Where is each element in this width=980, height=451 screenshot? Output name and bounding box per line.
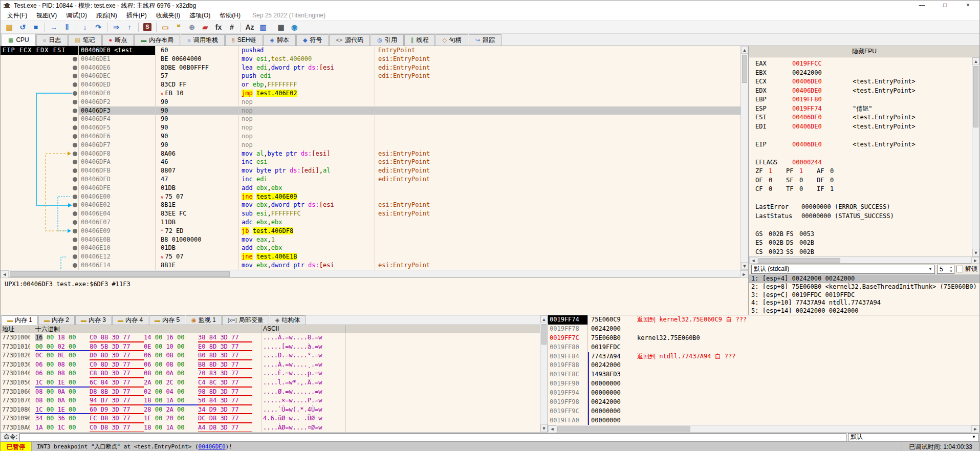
breakpoint-dot[interactable] <box>73 57 77 61</box>
menu-item[interactable]: 插件(P) <box>122 12 151 19</box>
stack-row[interactable]: 0019FF7475E060C9返回到 kernel32.75E060C9 自 … <box>548 315 979 325</box>
disasm-row[interactable]: 00406DF490nop <box>1 115 741 123</box>
dump-tab-内存 1[interactable]: ▬内存 1 <box>2 315 38 325</box>
dump-tab-内存 2[interactable]: ▬内存 2 <box>38 315 75 325</box>
dump-tab-内存 3[interactable]: ▬内存 3 <box>75 315 112 325</box>
disasm-row[interactable]: 00406DF790nop <box>1 141 741 149</box>
tab-断点[interactable]: ●断点 <box>102 34 134 46</box>
disassembly-horizontal-scrollbar[interactable]: ◄ ► <box>1 270 748 277</box>
breakpoint-dot[interactable] <box>73 125 77 130</box>
disasm-row[interactable]: 00406DFD47inc ediedi:EntryPoint <box>1 175 741 184</box>
run-to-user-code-button[interactable]: ⇒ <box>110 22 122 33</box>
register-row[interactable]: EDX00406DE0<test.EntryPoint> <box>749 87 972 96</box>
breakpoint-dot[interactable] <box>73 238 77 242</box>
dump-row[interactable]: 773D10501C 00 1E 006C 84 3D 772A 00 2C 0… <box>1 378 540 388</box>
step-into-button[interactable]: ↓ <box>79 22 91 33</box>
disasm-row[interactable]: 00406E0483EE FCsub esi,FFFFFFFCesi:Entry… <box>1 209 741 218</box>
tab-日志[interactable]: ≡日志 <box>36 34 68 46</box>
disasm-row[interactable]: 00406DF0vEB 10jmp test.406E02 <box>1 89 741 98</box>
stack-row[interactable]: 0019FF7800242000 <box>548 325 979 334</box>
tab-句柄[interactable]: ◇句柄 <box>435 34 468 46</box>
status-address-link[interactable]: 00406DE0 <box>199 443 226 450</box>
disasm-row[interactable]: 00406E09^72 EDjb test.406DF8 <box>1 227 741 235</box>
stop-button[interactable]: ■ <box>30 22 42 33</box>
disasm-row[interactable]: 00406E148B1Emov ebx,dword ptr ds:[esiesi… <box>1 261 741 270</box>
argument-row[interactable]: 1: [esp+4] 00242000 00242000 <box>749 275 979 283</box>
dump-vertical-scrollbar[interactable]: ▲ ▼ <box>540 315 548 432</box>
step-out-button[interactable]: ↑ <box>123 22 136 33</box>
register-row[interactable]: LastStatus00000000 (STATUS_SUCCESS) <box>749 212 972 221</box>
flags-row[interactable]: OF0SF0DF0 <box>749 176 972 185</box>
disasm-row[interactable]: 00406E0711DBadc ebx,ebx <box>1 218 741 227</box>
register-row[interactable]: ECX00406DE0<test.EntryPoint> <box>749 77 972 87</box>
breakpoint-dot[interactable] <box>73 109 77 113</box>
dump-addr-header[interactable]: 地址 <box>1 325 30 333</box>
stack-row[interactable]: 0019FF9400000000 <box>548 389 979 398</box>
disasm-row[interactable]: 00406E00v75 07jne test.406E09 <box>1 192 741 201</box>
menu-item[interactable]: 帮助(H) <box>215 12 245 19</box>
disasm-row[interactable]: 00406DF390nop <box>1 106 741 115</box>
disasm-row[interactable]: EIP ECX EDX ESI00406DE0 <test60pushadEnt… <box>1 46 741 55</box>
stack-row[interactable]: 0019FF9000000000 <box>548 379 979 389</box>
dump-tab-内存 5[interactable]: ▬内存 5 <box>149 315 185 325</box>
flags-row[interactable]: GS002BFS0053 <box>749 230 972 239</box>
tab-笔记[interactable]: ▤笔记 <box>68 34 101 46</box>
registers-vertical-scrollbar[interactable]: ▲ ▼ <box>972 57 979 256</box>
disasm-row[interactable]: 00406DFE01DBadd ebx,ebx <box>1 184 741 192</box>
disasm-row[interactable]: 00406DED83CD FFor ebp,FFFFFFFF <box>1 80 741 89</box>
disasm-row[interactable]: 00406E12v75 07jne test.406E1B <box>1 252 741 261</box>
stack-row[interactable]: 0019FF8800242000 <box>548 361 979 370</box>
breakpoint-dot[interactable] <box>73 100 77 104</box>
stack-row[interactable]: 0019FF800019FFDC <box>548 343 979 352</box>
breakpoint-dot[interactable] <box>73 82 77 87</box>
dump-row[interactable]: 773D100016 00 18 00C0 8B 3D 7714 00 16 0… <box>1 333 540 342</box>
breakpoint-dot[interactable] <box>73 177 77 182</box>
comment-button[interactable]: ❝ <box>172 22 185 33</box>
dump-row[interactable]: 773D109034 00 36 00FC D8 3D 771E 00 20 0… <box>1 414 540 423</box>
register-row[interactable]: EDI00406DE0<test.EntryPoint> <box>749 122 972 132</box>
breakpoint-dot[interactable] <box>73 211 77 216</box>
tab-引用[interactable]: ◎引用 <box>371 34 404 46</box>
breakpoint-dot[interactable] <box>73 254 77 259</box>
args-depth-stepper[interactable]: 5 ▲▼ <box>937 265 954 274</box>
argument-row[interactable]: 5: [esp+14] 00242000 00242000 <box>749 307 979 315</box>
menu-item[interactable]: 选项(O) <box>185 12 215 19</box>
dump-row[interactable]: 773D106008 00 0A 00D8 8B 3D 7702 00 04 0… <box>1 388 540 397</box>
argument-row[interactable]: 3: [esp+C] 0019FFDC 0019FFDC <box>749 291 979 299</box>
breakpoint-dot[interactable] <box>73 186 77 190</box>
register-row[interactable]: EAX0019FFCC <box>749 59 972 69</box>
calculator-button[interactable]: ▦ <box>275 22 287 33</box>
modules-button[interactable]: ▥ <box>257 22 269 33</box>
register-row[interactable]: EIP00406DE0<test.EntryPoint> <box>749 140 972 149</box>
disasm-row[interactable]: 00406E1001DBadd ebx,ebx <box>1 244 741 252</box>
unlock-checkbox[interactable] <box>956 266 963 272</box>
stack-row[interactable]: 0019FFA000000000 <box>548 416 979 425</box>
register-row[interactable]: EBP0019FF80 <box>749 95 972 104</box>
tab-符号[interactable]: ◆符号 <box>296 34 329 46</box>
registers-horizontal-scrollbar[interactable]: ◄ ► <box>749 256 979 263</box>
breakpoint-dot[interactable] <box>73 220 77 225</box>
tab-线程[interactable]: ∥线程 <box>404 34 435 46</box>
tab-跟踪[interactable]: ↪跟踪 <box>469 34 502 46</box>
breakpoint-dot[interactable] <box>73 229 77 233</box>
patch-button[interactable]: ▭ <box>159 22 171 33</box>
close-button[interactable]: × <box>956 1 979 11</box>
breakpoint-dot[interactable] <box>73 143 77 147</box>
fx-button[interactable]: fx <box>212 22 225 33</box>
breakpoint-dot[interactable] <box>73 160 77 164</box>
disasm-row[interactable]: 00406DFA46inc esiesi:EntryPoint <box>1 158 741 166</box>
breakpoint-dot[interactable] <box>73 168 77 173</box>
flags-row[interactable]: ZF1PF1AF0 <box>749 167 972 176</box>
stack-row[interactable]: 0019FF9800242000 <box>548 398 979 407</box>
dump-row[interactable]: 773D10200C 00 0E 00D0 8D 3D 7706 00 08 0… <box>1 351 540 360</box>
disasm-row[interactable]: 00406E0BB8 01000000mov eax,1 <box>1 235 741 244</box>
breakpoint-dot[interactable] <box>73 134 77 139</box>
menu-item[interactable]: 跟踪(N) <box>92 12 122 19</box>
stack-row[interactable]: 0019FF9C00000000 <box>548 407 979 416</box>
stack-row[interactable]: 0019FF8C14938FD3 <box>548 370 979 379</box>
az-strings-button[interactable]: Az <box>244 22 256 33</box>
breakpoint-dot[interactable] <box>73 117 77 121</box>
dump-row[interactable]: 773D10801C 00 1E 0060 D9 3D 7728 00 2A 0… <box>1 405 540 415</box>
breakpoint-dot[interactable] <box>73 246 77 250</box>
menu-item[interactable]: 收藏夹(I) <box>151 12 185 19</box>
